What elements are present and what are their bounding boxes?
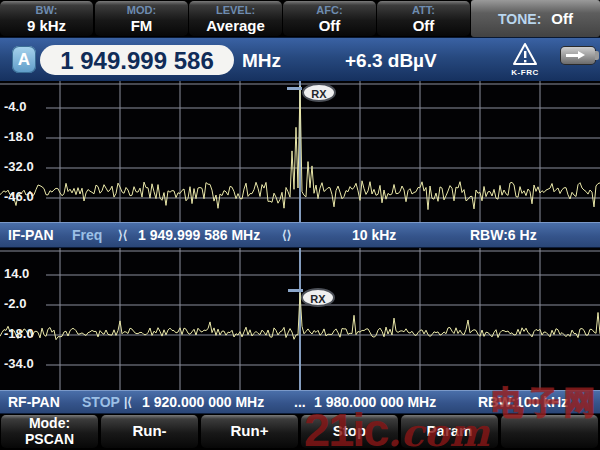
rf-pan-spectrum-panel[interactable]: RX 14.0-2.0-18.0-34.0 [0,248,600,390]
softkey-afc[interactable]: AFC:Off [283,1,376,36]
frequency-unit-label: MHz [242,50,281,72]
softkey-value: FM [95,17,188,34]
y-axis-tick-label: -2.0 [4,296,26,311]
rf-start-frequency: 1 920.000 000 MHz [142,394,264,410]
y-axis-tick-label: -34.0 [4,356,34,371]
if-span-value: 10 kHz [352,227,396,243]
y-axis-tick-label: -46.0 [4,189,34,204]
softkey-label: ATT: [377,3,470,17]
softkey-value: Average [189,17,282,34]
warning-triangle-icon [512,42,538,66]
if-marker-dash [287,87,302,90]
if-center-frequency: 1 949.999 586 MHz [138,227,260,243]
if-pan-spectrum-panel[interactable]: RX -4.0-18.0-32.0-46.0 [0,81,600,222]
tone-value: Off [551,10,573,27]
softkey-blank [501,415,598,448]
softkey-value: Off [283,17,376,34]
start-freq-icon: |⟨ [124,395,132,409]
rf-spectrum-plot [0,248,600,390]
softkey-label: LEVEL: [189,3,282,17]
if-pan-info-bar: IF-PAN Freq ⟩⟨ 1 949.999 586 MHz ⟨⟩ 10 k… [0,222,600,248]
memory-channel-badge: A [12,46,36,73]
k-frc-warning-icon: K-FRC [503,42,547,77]
signal-level-readout: +6.3 dBµV [345,50,437,72]
rf-mode-label[interactable]: STOP [82,394,120,410]
tuned-frequency-display[interactable]: 1 949.999 586 [40,45,234,75]
rf-pan-title: RF-PAN [8,394,60,410]
softkey-att[interactable]: ATT:Off [377,1,470,36]
tone-label: TONE: [498,11,541,27]
softkey-bw[interactable]: BW:9 kHz [0,1,93,36]
softkey-label: BW: [0,3,93,17]
y-axis-tick-label: -4.0 [4,99,26,114]
if-spectrum-plot [0,81,600,222]
rf-pan-info-bar: RF-PAN STOP |⟨ 1 920.000 000 MHz ... 1 9… [0,390,600,414]
footer-softkey-row: Mode:PSCANRun-Run+StopParam [0,414,600,450]
if-rx-marker[interactable]: RX [302,83,336,102]
softkey-label: AFC: [283,3,376,17]
external-power-icon [561,47,595,64]
softkey-mod[interactable]: MOD:FM [95,1,188,36]
softkey-param[interactable]: Param [401,415,498,448]
softkey-value: 9 kHz [0,17,93,34]
if-mode-label[interactable]: Freq [72,227,102,243]
y-axis-tick-label: 14.0 [4,266,29,281]
softkey-run[interactable]: Run+ [201,415,298,448]
y-axis-tick-label: -32.0 [4,159,34,174]
rf-rbw-value: RBW:100 kHz [478,394,568,410]
receiver-screen: TONE: Off BW:9 kHzMOD:FMLEVEL:AverageAFC… [0,0,600,450]
rf-rx-marker[interactable]: RX [301,288,335,307]
frequency-header-bar: A 1 949.999 586 MHz +6.3 dBµV K-FRC [0,37,600,81]
softkey-run-[interactable]: Run- [101,415,198,448]
y-axis-tick-label: -18.0 [4,129,34,144]
softkey-stop[interactable]: Stop [301,415,398,448]
softkey-mode-pscan[interactable]: Mode:PSCAN [1,415,98,448]
center-freq-icon: ⟩⟨ [118,228,127,242]
rf-range-ellipsis: ... [294,394,306,410]
softkey-label: MOD: [95,3,188,17]
rf-marker-dash [288,289,303,292]
softkey-value: Off [377,17,470,34]
if-pan-title: IF-PAN [8,227,54,243]
if-rbw-value: RBW:6 Hz [470,227,537,243]
span-icon: ⟨⟩ [282,228,291,242]
k-frc-label: K-FRC [503,68,547,77]
tone-indicator[interactable]: TONE: Off [471,0,600,37]
y-axis-tick-label: -18.0 [4,326,34,341]
softkey-level[interactable]: LEVEL:Average [189,1,282,36]
rf-stop-frequency: 1 980.000 000 MHz [314,394,436,410]
